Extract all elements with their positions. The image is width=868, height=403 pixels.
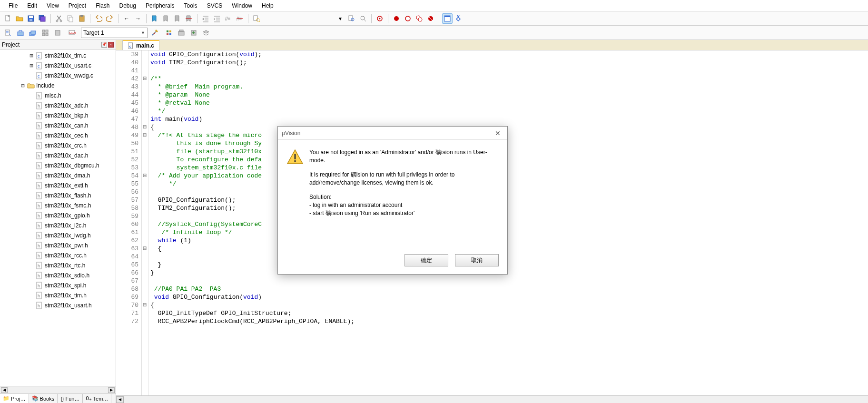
menu-view[interactable]: View <box>42 1 64 10</box>
dialog-cancel-button[interactable]: 取消 <box>455 254 499 266</box>
svg-point-22 <box>405 16 410 21</box>
tree-item[interactable]: ⊟Include <box>2 80 116 90</box>
tree-item[interactable]: hstm32f10x_spi.h <box>2 280 116 290</box>
tree-item[interactable]: hmisc.h <box>2 90 116 100</box>
breakpoint-kill-all-button[interactable] <box>425 13 436 24</box>
tree-item[interactable]: hstm32f10x_sdio.h <box>2 270 116 280</box>
collapse-icon[interactable]: ⊟ <box>20 82 26 89</box>
tree-item[interactable]: hstm32f10x_tim.h <box>2 290 116 300</box>
batch-build-button[interactable] <box>40 28 50 38</box>
paste-button[interactable] <box>77 13 87 24</box>
select-packs-button[interactable] <box>176 28 187 38</box>
tree-item[interactable]: ⊞cstm32f10x_usart.c <box>2 60 116 70</box>
tree-item[interactable]: hstm32f10x_adc.h <box>2 100 116 110</box>
project-tree[interactable]: ⊞cstm32f10x_tim.c⊞cstm32f10x_usart.ccstm… <box>0 49 116 386</box>
find-in-files-button[interactable] <box>251 13 262 24</box>
tree-item[interactable]: hstm32f10x_dbgmcu.h <box>2 160 116 170</box>
copy-button[interactable] <box>65 13 76 24</box>
tree-item[interactable]: hstm32f10x_rtc.h <box>2 260 116 270</box>
nav-back-button[interactable]: ← <box>121 13 132 24</box>
window-layout-button[interactable] <box>442 13 453 24</box>
save-button[interactable] <box>26 13 36 24</box>
tree-item[interactable]: hstm32f10x_rcc.h <box>2 250 116 260</box>
undo-button[interactable] <box>93 13 104 24</box>
panel-close-button[interactable]: × <box>108 42 114 48</box>
menu-help[interactable]: Help <box>257 1 278 10</box>
breakpoint-insert-button[interactable] <box>391 13 402 24</box>
tree-item[interactable]: hstm32f10x_crc.h <box>2 140 116 150</box>
scroll-left-icon[interactable]: ◀ <box>116 396 124 403</box>
open-file-button[interactable] <box>14 13 25 24</box>
bookmark-clear-button[interactable] <box>184 13 194 24</box>
dialog-close-button[interactable]: ✕ <box>492 128 503 138</box>
scroll-left-icon[interactable]: ◀ <box>1 387 8 393</box>
bookmark-prev-button[interactable] <box>161 13 171 24</box>
pack-installer-button[interactable] <box>188 28 199 38</box>
editor-hscroll[interactable]: ◀ <box>116 395 868 403</box>
tree-item[interactable]: hstm32f10x_usart.h <box>2 300 116 310</box>
configure-button[interactable] <box>454 13 464 24</box>
tree-item[interactable]: ⊞cstm32f10x_tim.c <box>2 50 116 60</box>
dialog-titlebar[interactable]: µVision ✕ <box>278 127 507 140</box>
tree-item[interactable]: hstm32f10x_fsmc.h <box>2 200 116 210</box>
cut-button[interactable] <box>54 13 64 24</box>
menu-flash[interactable]: Flash <box>91 1 114 10</box>
panel-tab-proj[interactable]: 📁Proj… <box>0 394 29 403</box>
menu-svcs[interactable]: SVCS <box>202 1 227 10</box>
bookmark-toggle-button[interactable] <box>149 13 160 24</box>
menu-project[interactable]: Project <box>64 1 91 10</box>
expand-icon[interactable]: ⊞ <box>29 62 34 69</box>
tree-item[interactable]: hstm32f10x_dma.h <box>2 170 116 180</box>
stop-build-button[interactable] <box>52 28 63 38</box>
menu-window[interactable]: Window <box>227 1 257 10</box>
menu-tools[interactable]: Tools <box>179 1 202 10</box>
tree-item[interactable]: hstm32f10x_i2c.h <box>2 220 116 230</box>
save-all-button[interactable] <box>37 13 48 24</box>
tree-item[interactable]: cstm32f10x_wwdg.c <box>2 70 116 80</box>
project-hscroll[interactable]: ◀ ▶ <box>0 386 116 393</box>
tree-item[interactable]: hstm32f10x_can.h <box>2 120 116 130</box>
find-button[interactable] <box>346 13 357 24</box>
editor-tab-main[interactable]: c main.c <box>123 40 159 50</box>
tree-item[interactable]: hstm32f10x_bkp.h <box>2 110 116 120</box>
breakpoint-disable-button[interactable] <box>403 13 413 24</box>
menu-file[interactable]: File <box>4 1 22 10</box>
breakpoint-disable-all-button[interactable] <box>414 13 424 24</box>
tree-item[interactable]: hstm32f10x_iwdg.h <box>2 230 116 240</box>
new-file-button[interactable] <box>3 13 13 24</box>
dialog-ok-button[interactable]: 确定 <box>404 254 448 266</box>
options-button[interactable] <box>149 28 160 38</box>
indent-button[interactable] <box>200 13 211 24</box>
manage-layers-button[interactable] <box>201 28 211 38</box>
uncomment-button[interactable]: //≡ <box>235 13 245 24</box>
tree-item[interactable]: hstm32f10x_dac.h <box>2 150 116 160</box>
build-button[interactable] <box>15 28 26 38</box>
find-combo-arrow[interactable]: ▾ <box>335 13 345 24</box>
nav-forward-button[interactable]: → <box>133 13 143 24</box>
manage-rte-button[interactable] <box>164 28 174 38</box>
target-select[interactable]: Target 1 ▼ <box>81 28 148 38</box>
bookmark-next-button[interactable] <box>172 13 183 24</box>
translate-button[interactable] <box>3 28 13 38</box>
tree-item[interactable]: hstm32f10x_pwr.h <box>2 240 116 250</box>
panel-pin-button[interactable]: 📌 <box>101 42 107 48</box>
rebuild-button[interactable] <box>28 28 38 38</box>
comment-button[interactable]: //≡ <box>223 13 234 24</box>
incremental-find-button[interactable] <box>358 13 368 24</box>
menu-debug[interactable]: Debug <box>115 1 141 10</box>
menu-edit[interactable]: Edit <box>22 1 42 10</box>
download-button[interactable]: LOAD <box>67 28 77 38</box>
tree-item[interactable]: hstm32f10x_exti.h <box>2 180 116 190</box>
panel-tab-tmpl[interactable]: 0₊Tem… <box>83 394 111 403</box>
panel-tab-func[interactable]: {}Fun… <box>58 394 83 403</box>
scroll-right-icon[interactable]: ▶ <box>108 387 115 393</box>
tree-item[interactable]: hstm32f10x_gpio.h <box>2 210 116 220</box>
outdent-button[interactable] <box>212 13 222 24</box>
debug-button[interactable] <box>375 13 385 24</box>
tree-item[interactable]: hstm32f10x_flash.h <box>2 190 116 200</box>
redo-button[interactable] <box>105 13 115 24</box>
expand-icon[interactable]: ⊞ <box>29 52 34 59</box>
tree-item[interactable]: hstm32f10x_cec.h <box>2 130 116 140</box>
menu-peripherals[interactable]: Peripherals <box>141 1 179 10</box>
panel-tab-books[interactable]: 📚Books <box>29 394 58 403</box>
